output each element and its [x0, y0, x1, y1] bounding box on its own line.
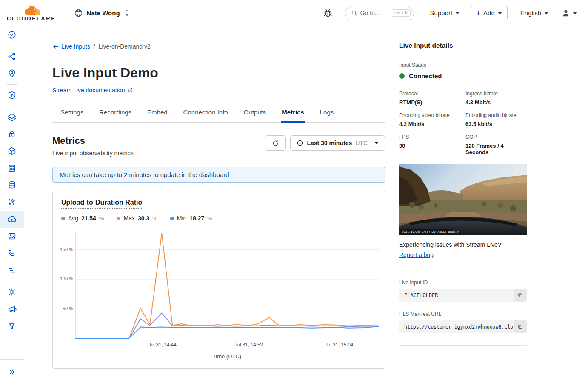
metrics-controls: Last 30 minutes UTC: [265, 135, 385, 151]
input-status: Connected: [399, 72, 527, 80]
sidebar-item-network[interactable]: [0, 48, 24, 65]
language-label: English: [520, 9, 541, 17]
video-preview[interactable]: 2021/10/20 17:54:29 AUKEY DR02 P: [399, 164, 527, 235]
sidebar-expand-button[interactable]: [0, 366, 24, 377]
detail-label: GOP: [465, 134, 527, 140]
add-label: Add: [483, 9, 495, 17]
live-input-id-field: PLACEHOLDER: [399, 289, 527, 302]
support-menu[interactable]: Support: [430, 9, 460, 17]
rail-divider: [7, 84, 17, 85]
global-search[interactable]: Go to... ctrl + K: [345, 6, 414, 20]
x-tick-label: Jul 31, 14:44: [148, 342, 177, 347]
copy-hls-url-button[interactable]: [514, 320, 527, 333]
cloudflare-cloud-icon: [21, 5, 42, 16]
time-range-label: Last 30 minutes: [307, 140, 352, 146]
metrics-subheading: Live input observability metrics: [52, 150, 134, 157]
chart-y-axis-labels: 50 %100 %150 %: [61, 230, 73, 340]
chart-x-axis-labels: Jul 31, 14:44Jul 31, 14:52Jul 31, 15:04: [75, 342, 379, 349]
live-input-id-value: PLACEHOLDER: [399, 289, 514, 302]
sidebar-item-images[interactable]: [0, 228, 24, 245]
stream-cloud-play-icon: [7, 214, 17, 224]
main-content: Live Inputs / Live-on-Demand v2 Live Inp…: [52, 26, 385, 369]
sidebar-item-ai[interactable]: [0, 194, 24, 211]
rail-footer: [0, 359, 24, 386]
sidebar-item-filter[interactable]: [0, 317, 24, 335]
sidebar-item-workers[interactable]: [0, 143, 24, 160]
sidebar-item-settings[interactable]: [0, 283, 24, 300]
rail-divider: [7, 281, 17, 281]
chart-legend: Avg 21.54 % Max 30.3 % Min 18.27 %: [61, 215, 376, 222]
refresh-button[interactable]: [265, 135, 286, 151]
sidebar-item-notifications[interactable]: [0, 300, 24, 317]
legend-value: 18.27: [189, 215, 204, 222]
detail-value: 120 Frames / 4 Seconds: [465, 143, 527, 155]
input-status-label: Input Status: [399, 62, 527, 68]
network-share-icon: [7, 52, 17, 61]
sidebar-item-queues[interactable]: [0, 262, 24, 279]
image-icon: [7, 232, 17, 241]
tab-logs[interactable]: Logs: [319, 104, 335, 123]
clock-icon: [297, 140, 303, 146]
account-switcher[interactable]: Nate Wong: [74, 9, 130, 17]
details-heading: Live Input details: [399, 42, 527, 49]
sidebar-item-database[interactable]: [0, 177, 24, 194]
database-icon: [7, 180, 17, 190]
tab-bar: Settings Recordings Embed Connection Inf…: [52, 104, 385, 123]
detail-label: FPS: [399, 134, 460, 140]
breadcrumb: Live Inputs / Live-on-Demand v2: [52, 43, 385, 50]
tab-settings[interactable]: Settings: [60, 104, 84, 123]
bug-report-icon[interactable]: [323, 8, 333, 18]
globe-icon: [74, 9, 83, 17]
location-pin-icon: [7, 69, 17, 78]
tab-connection-info[interactable]: Connection Info: [183, 104, 229, 123]
y-tick-label: 50 %: [63, 306, 73, 311]
live-input-id-label: Live Input ID: [399, 280, 527, 286]
breadcrumb-back-link[interactable]: Live Inputs: [52, 43, 90, 50]
detail-fps: FPS 30: [399, 134, 460, 155]
sidebar-item-speed[interactable]: [0, 109, 24, 126]
sidebar-item-stream[interactable]: [0, 211, 24, 228]
legend-item-avg[interactable]: Avg 21.54 %: [61, 215, 104, 222]
sidebar-item-security[interactable]: [0, 87, 24, 104]
sidebar-item-calls[interactable]: [0, 245, 24, 262]
metrics-header: Metrics Live input observability metrics…: [52, 135, 385, 157]
legend-label: Min: [177, 215, 187, 222]
detail-value: 4.3 Mbit/s: [465, 99, 527, 106]
language-menu[interactable]: English: [520, 9, 548, 17]
detail-value: RTMP(S): [399, 99, 460, 106]
detail-gop: GOP 120 Frames / 4 Seconds: [465, 134, 527, 155]
legend-item-min[interactable]: Min 18.27 %: [170, 215, 212, 222]
details-grid: Protocol RTMP(S) Ingress bitrate 4.3 Mbi…: [399, 91, 527, 155]
time-range-select[interactable]: Last 30 minutes UTC: [290, 135, 385, 151]
tab-outputs[interactable]: Outputs: [243, 104, 267, 123]
detail-protocol: Protocol RTMP(S): [399, 91, 460, 106]
legend-unit: %: [207, 215, 212, 222]
sidebar-item-ssl[interactable]: [0, 126, 24, 143]
issues-question: Experiencing issues with Stream Live?: [399, 241, 527, 248]
tab-metrics[interactable]: Metrics: [281, 104, 305, 123]
time-zone-label: UTC: [355, 140, 368, 146]
tab-embed[interactable]: Embed: [146, 104, 168, 123]
legend-value: 30.3: [138, 215, 149, 222]
detail-value: 30: [399, 143, 460, 149]
user-menu[interactable]: [561, 9, 577, 18]
detail-ingress-bitrate: Ingress bitrate 4.3 Mbit/s: [465, 91, 527, 106]
brand-wordmark: CLOUDFLARE: [7, 15, 56, 22]
legend-item-max[interactable]: Max 30.3 %: [117, 215, 157, 222]
add-button[interactable]: + Add: [471, 6, 508, 20]
legend-unit: %: [99, 215, 104, 222]
stream-docs-link[interactable]: Stream Live documentation: [52, 87, 133, 94]
copy-live-input-id-button[interactable]: [514, 289, 527, 302]
user-icon: [561, 9, 571, 18]
sidebar-item-time-history[interactable]: [0, 26, 24, 43]
tab-recordings[interactable]: Recordings: [98, 104, 132, 123]
search-placeholder: Go to...: [360, 10, 389, 17]
cloudflare-logo[interactable]: CLOUDFLARE: [7, 5, 56, 22]
sidebar-item-location[interactable]: [0, 65, 24, 82]
rail-divider: [7, 46, 17, 46]
account-name: Nate Wong: [87, 9, 120, 17]
report-bug-link[interactable]: Report a bug: [399, 252, 434, 258]
top-header: CLOUDFLARE Nate Wong Go to... ctrl + K S…: [0, 0, 588, 26]
funnel-icon: [7, 321, 17, 331]
sidebar-item-storage[interactable]: [0, 160, 24, 177]
